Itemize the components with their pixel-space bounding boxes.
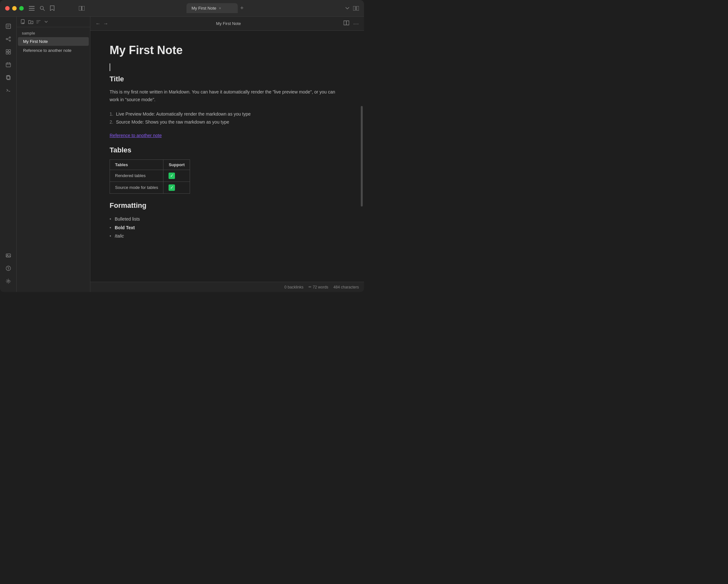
search-icon[interactable] xyxy=(40,6,45,11)
svg-point-31 xyxy=(6,266,10,271)
titlebar: My First Note × + xyxy=(0,0,364,17)
panel-layout-icon[interactable] xyxy=(79,6,85,10)
tables-heading: Tables xyxy=(110,146,345,154)
file-panel-toolbar xyxy=(17,17,90,27)
sidebar-toggle-icon[interactable] xyxy=(29,6,34,10)
help-nav-icon[interactable] xyxy=(3,262,14,274)
titlebar-right xyxy=(345,6,359,10)
svg-rect-2 xyxy=(29,10,34,10)
table-cell: Source mode for tables xyxy=(110,182,163,193)
edit-icon: ✏ xyxy=(309,285,311,289)
new-note-icon[interactable] xyxy=(21,19,26,24)
maximize-button[interactable] xyxy=(19,6,24,10)
collapse-icon[interactable] xyxy=(44,19,49,24)
svg-rect-19 xyxy=(9,50,10,52)
content-toolbar: ← → My First Note ⋯ xyxy=(90,17,364,31)
notes-nav-icon[interactable] xyxy=(3,21,14,32)
char-count-status: 484 characters xyxy=(334,285,359,289)
word-count-status: ✏ 72 words xyxy=(309,285,329,289)
close-button[interactable] xyxy=(5,6,9,10)
graph-nav-icon[interactable] xyxy=(3,33,14,45)
note-paragraph: This is my first note written in Markdow… xyxy=(110,88,345,104)
table-cell: ✓ xyxy=(163,182,190,193)
svg-rect-18 xyxy=(6,50,8,52)
svg-rect-22 xyxy=(6,63,10,67)
content-actions: ⋯ xyxy=(343,20,359,27)
bookmark-icon[interactable] xyxy=(50,5,54,11)
tab-close-button[interactable]: × xyxy=(219,6,221,10)
photo-nav-icon[interactable] xyxy=(3,250,14,261)
content-title: My First Note xyxy=(113,21,343,26)
table-cell: Rendered tables xyxy=(110,170,163,182)
file-item-reference[interactable]: Reference to another note xyxy=(18,46,89,55)
note-title: My First Note xyxy=(110,44,345,57)
svg-point-14 xyxy=(9,37,10,38)
reader-mode-icon[interactable] xyxy=(343,20,349,27)
sidebar-bottom-icons xyxy=(3,250,14,288)
svg-rect-21 xyxy=(9,52,10,54)
svg-line-16 xyxy=(7,38,9,39)
list-item: Live Preview Mode: Automatically render … xyxy=(110,110,345,118)
sidebar-icon-rail xyxy=(0,17,17,292)
svg-line-4 xyxy=(43,9,45,10)
note-editor[interactable]: My First Note Title This is my first not… xyxy=(90,31,364,282)
backlinks-label: 0 backlinks xyxy=(285,285,304,289)
new-folder-icon[interactable] xyxy=(28,19,33,24)
formatting-list: Bulleted lists Bold Text Italic xyxy=(110,215,345,241)
file-tree: sample My First Note Reference to anothe… xyxy=(17,27,90,292)
folder-label: sample xyxy=(17,30,90,37)
tab-label: My First Note xyxy=(191,6,216,10)
minimize-button[interactable] xyxy=(12,6,17,10)
tab-my-first-note[interactable]: My First Note × xyxy=(186,3,238,13)
table-row: Rendered tables ✓ xyxy=(110,170,190,182)
svg-point-32 xyxy=(8,269,9,270)
text-cursor xyxy=(110,63,110,71)
svg-rect-8 xyxy=(357,6,359,10)
list-item: Source Mode: Shows you the raw markdown … xyxy=(110,118,345,126)
terminal-nav-icon[interactable] xyxy=(3,85,14,96)
table-header-col1: Tables xyxy=(110,160,163,170)
markdown-table: Tables Support Rendered tables ✓ Source … xyxy=(110,160,190,194)
status-bar: 0 backlinks ✏ 72 words 484 characters xyxy=(90,282,364,292)
checkmark-icon: ✓ xyxy=(168,185,175,191)
grid-nav-icon[interactable] xyxy=(3,46,14,58)
dropdown-icon[interactable] xyxy=(345,7,349,9)
scrollbar-thumb[interactable] xyxy=(361,106,363,206)
table-header-col2: Support xyxy=(163,160,190,170)
svg-line-17 xyxy=(7,39,9,40)
nav-buttons: ← → xyxy=(96,21,108,27)
note-ordered-list: Live Preview Mode: Automatically render … xyxy=(110,110,345,126)
svg-point-15 xyxy=(9,40,10,41)
svg-rect-0 xyxy=(29,6,34,7)
svg-rect-7 xyxy=(353,6,355,10)
file-item-my-first-note[interactable]: My First Note xyxy=(18,37,89,46)
back-button[interactable]: ← xyxy=(96,21,101,27)
svg-rect-5 xyxy=(79,6,81,10)
forward-button[interactable]: → xyxy=(103,21,108,27)
note-heading: Title xyxy=(110,75,345,83)
word-count-label: 72 words xyxy=(313,285,329,289)
titlebar-left-icons xyxy=(29,5,85,11)
app-body: sample My First Note Reference to anothe… xyxy=(0,17,364,292)
sort-icon[interactable] xyxy=(36,19,41,24)
content-area: ← → My First Note ⋯ My First Note xyxy=(90,17,364,292)
note-link[interactable]: Reference to another note xyxy=(110,133,162,138)
more-options-icon[interactable]: ⋯ xyxy=(353,20,359,27)
traffic-lights xyxy=(5,6,24,10)
calendar-nav-icon[interactable] xyxy=(3,59,14,71)
svg-point-13 xyxy=(6,38,7,40)
cursor-section xyxy=(110,63,345,72)
checkmark-icon: ✓ xyxy=(168,173,175,179)
formatting-heading: Formatting xyxy=(110,201,345,210)
list-item: Italic xyxy=(110,232,345,241)
list-item: Bulleted lists xyxy=(110,215,345,223)
note-link-container: Reference to another note xyxy=(110,133,345,138)
table-row: Source mode for tables ✓ xyxy=(110,182,190,193)
settings-nav-icon[interactable] xyxy=(3,275,14,287)
svg-rect-20 xyxy=(6,52,8,54)
new-tab-button[interactable]: + xyxy=(240,5,244,11)
copy-nav-icon[interactable] xyxy=(3,72,14,83)
svg-rect-1 xyxy=(29,8,34,9)
char-count-label: 484 characters xyxy=(334,285,359,289)
split-view-icon[interactable] xyxy=(353,6,359,10)
